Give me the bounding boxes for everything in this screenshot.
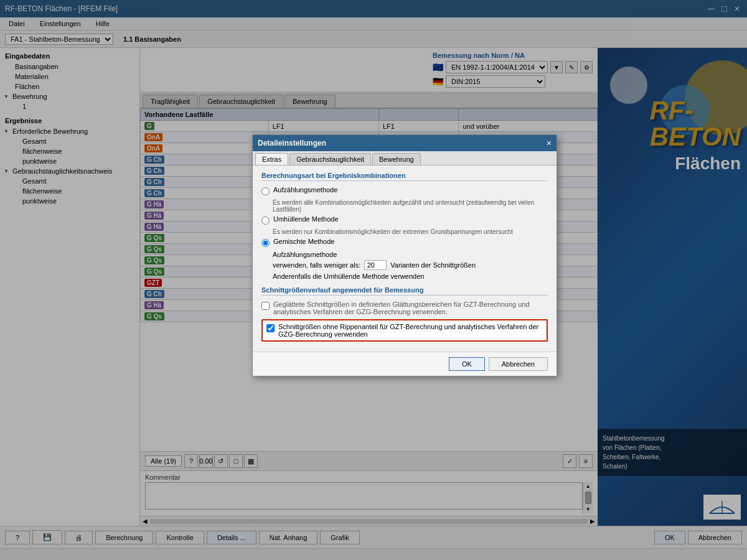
radio-gemischte-input[interactable] <box>261 239 270 247</box>
modal-section2-title: Schnittgrößenverlauf angewendet für Beme… <box>261 286 548 296</box>
checkbox1-label: Geglättete Schnittgrößen in definierten … <box>273 301 548 315</box>
modal-title-bar: Detaileinstellungen × <box>253 135 557 151</box>
modal-footer: OK Abbrechen <box>253 352 557 376</box>
radio-umhuellende-desc: Es werden nur Kombinationsmöglichkeiten … <box>273 228 548 235</box>
radio-umhuellende-label: Umhüllende Methode <box>273 215 339 223</box>
modal-title: Detaileinstellungen <box>258 139 326 147</box>
modal-ok-btn[interactable]: OK <box>449 357 485 371</box>
checkbox2-row: Schnittgrößen ohne Rippenanteil für GZT-… <box>261 319 548 342</box>
radio-aufzaehlung-desc: Es werden alle Kombinationsmöglichkeiten… <box>273 199 548 213</box>
modal-section1-title: Berechnungsart bei Ergebniskombinationen <box>261 172 548 181</box>
radio-gemischte-label: Gemischte Methode <box>273 238 334 245</box>
modal-tab-bar: Extras Gebrauchstauglichkeit Bewehrung <box>253 151 557 166</box>
radio-aufzaehlung: Aufzählungsmethode <box>261 186 548 195</box>
modal-close-btn[interactable]: × <box>547 138 552 148</box>
checkbox2-input[interactable] <box>266 324 275 332</box>
radio-umhuellende: Umhüllende Methode <box>261 215 548 225</box>
mixed-method-row: Aufzählungsmethode <box>273 251 548 258</box>
checkbox2-label: Schnittgrößen ohne Rippenanteil für GZT-… <box>278 323 543 338</box>
radio-umhuellende-input[interactable] <box>261 217 270 225</box>
radio-aufzaehlung-input[interactable] <box>261 187 270 195</box>
modal-overlay: Detaileinstellungen × Extras Gebrauchsta… <box>0 0 747 560</box>
checkbox1-row: Geglättete Schnittgrößen in definierten … <box>261 301 548 315</box>
mixed-fallback-label: Anderenfalls die Umhüllende Methode verw… <box>273 273 548 280</box>
detail-dialog: Detaileinstellungen × Extras Gebrauchsta… <box>252 134 557 376</box>
checkbox1-input[interactable] <box>261 302 270 310</box>
radio-gemischte: Gemischte Methode <box>261 238 548 247</box>
modal-body: Berechnungsart bei Ergebniskombinationen… <box>253 166 557 352</box>
modal-tab-extras[interactable]: Extras <box>255 153 288 165</box>
radio-aufzaehlung-label: Aufzählungsmethode <box>273 186 337 194</box>
modal-cancel-btn[interactable]: Abbrechen <box>489 357 548 371</box>
mixed-method-value-row: verwenden, falls weniger als: Varianten … <box>273 260 548 270</box>
modal-tab-gebrauch[interactable]: Gebrauchstauglichkeit <box>289 153 371 165</box>
mixed-method-input[interactable] <box>364 260 387 270</box>
modal-section2: Schnittgrößenverlauf angewendet für Beme… <box>261 286 548 342</box>
modal-tab-bewehrung[interactable]: Bewehrung <box>372 153 421 165</box>
